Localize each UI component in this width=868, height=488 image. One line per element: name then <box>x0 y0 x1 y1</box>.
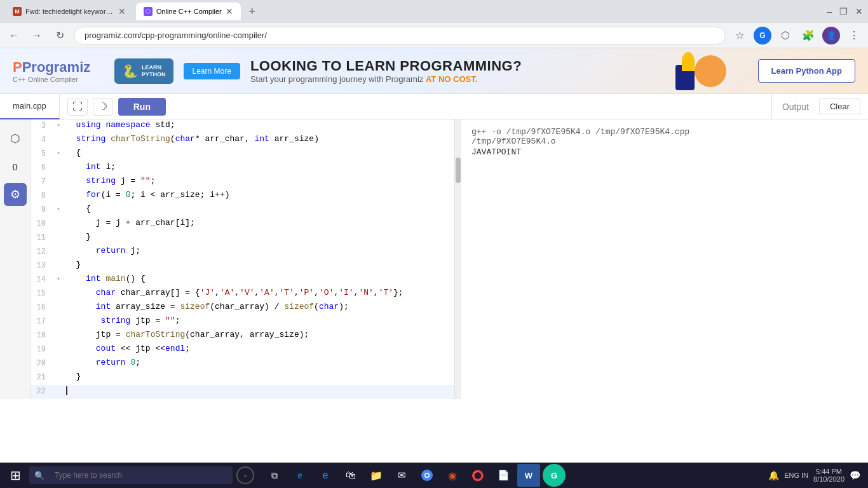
learn-python-app-button[interactable]: Learn Python App <box>758 59 855 83</box>
banner: PProgramiz C++ Online Compiler 🐍 LEARNPY… <box>0 48 868 94</box>
code-line-10: 10 j = j + arr_char[i]; <box>31 217 454 231</box>
address-input[interactable] <box>74 27 726 44</box>
taskbar-action-center[interactable]: 💬 <box>850 470 860 480</box>
sidebar-icon-gear[interactable]: ⚙ <box>4 183 27 206</box>
sidebar-icon-puzzle[interactable]: ⬡ <box>4 127 27 150</box>
refresh-button[interactable]: ↻ <box>51 27 69 44</box>
banner-subtext: Start your programming journey with Prog… <box>250 74 522 84</box>
output-line-3: JAVATPOINT <box>471 147 858 157</box>
code-line-15: 15 char char_array[] = {'J','A','V','A',… <box>31 287 454 301</box>
editor-actions: ⛶ ☽ Run <box>60 98 173 116</box>
store-icon[interactable]: 🛍 <box>339 464 362 487</box>
output-line-2: /tmp/9fXO7E95K4.o <box>471 137 858 146</box>
editor-scrollbar-thumb[interactable] <box>456 158 461 183</box>
banner-content: 🐍 LEARNPYTHON Learn More LOOKING TO LEAR… <box>114 52 745 90</box>
svg-point-2 <box>426 474 429 477</box>
grammarly-icon[interactable]: G <box>543 464 566 487</box>
tab-gmail-title: Fwd: techiedelight keywords list <box>25 8 114 15</box>
code-line-21: 21 } <box>31 371 454 385</box>
code-line-12: 12 return j; <box>31 245 454 259</box>
tab-gmail[interactable]: M Fwd: techiedelight keywords list ✕ <box>5 3 133 20</box>
file-tab[interactable]: main.cpp <box>0 94 60 119</box>
code-line-4: 4 string charToString(char* arr_char, in… <box>31 133 454 147</box>
forward-button[interactable]: → <box>28 27 46 44</box>
banner-headline: LOOKING TO LEARN PROGRAMMING? <box>250 58 522 74</box>
maximize-button[interactable]: ❐ <box>839 6 848 17</box>
output-line-1: g++ -o /tmp/9fXO7E95K4.o /tmp/9fXO7E95K4… <box>471 127 858 137</box>
word-icon[interactable]: W <box>517 464 540 487</box>
code-line-9: 9 ▾ { <box>31 203 454 217</box>
output-label-header: Output <box>782 102 809 112</box>
search-taskbar-icon: 🔍 <box>34 471 44 480</box>
clear-button[interactable]: Clear <box>819 98 860 114</box>
programiz-logo: PProgramiz C++ Online Compiler <box>13 59 102 83</box>
output-panel: g++ -o /tmp/9fXO7E95K4.o /tmp/9fXO7E95K4… <box>461 119 868 399</box>
editor-scrollbar[interactable] <box>455 119 461 399</box>
code-line-20: 20 return 0; <box>31 357 454 371</box>
cortana-button[interactable]: ○ <box>236 466 254 484</box>
learn-more-button[interactable]: Learn More <box>184 63 240 79</box>
close-button[interactable]: ✕ <box>855 6 863 17</box>
code-line-7: 7 string j = ""; <box>31 175 454 189</box>
cpp-favicon: ⬡ <box>144 7 153 16</box>
fullscreen-button[interactable]: ⛶ <box>67 98 88 116</box>
browser2-icon[interactable]: ◉ <box>441 464 464 487</box>
logo-subtitle: C++ Online Compiler <box>13 76 78 83</box>
code-line-6: 6 int i; <box>31 161 454 175</box>
code-line-8: 8 for(i = 0; i < arr_size; i++) <box>31 189 454 203</box>
run-button[interactable]: Run <box>118 98 166 116</box>
minimize-button[interactable]: – <box>827 6 832 17</box>
taskbar: ⊞ 🔍 ○ ⧉ e e 🛍 📁 ✉ ◉ ⭕ 📄 W G 🔔 ENG IN 5:4… <box>0 463 868 488</box>
extensions-icon[interactable]: 🧩 <box>799 27 817 44</box>
taskbar-app-icons: ⧉ e e 🛍 📁 ✉ ◉ ⭕ 📄 W G <box>263 464 566 487</box>
edge-icon[interactable]: e <box>288 464 311 487</box>
logo-text: PProgramiz <box>13 59 90 76</box>
code-line-3: 3 ▾ using namespace std; <box>31 119 454 133</box>
profile-icon[interactable]: 👤 <box>822 27 840 44</box>
python-badge: 🐍 LEARNPYTHON <box>114 58 173 84</box>
task-view-icon[interactable]: ⧉ <box>263 464 286 487</box>
google-account-icon[interactable]: G <box>754 27 771 44</box>
tab-cpp-close[interactable]: ✕ <box>226 6 233 17</box>
notes-icon[interactable]: 📄 <box>492 464 515 487</box>
bookmark-icon[interactable]: ☆ <box>731 27 749 44</box>
taskbar-lang: ENG IN <box>784 471 808 479</box>
code-line-22: 22 <box>31 385 454 399</box>
menu-icon[interactable]: ⋮ <box>845 27 863 44</box>
gmail-favicon: M <box>13 7 22 16</box>
tab-cpp[interactable]: ⬡ Online C++ Compiler ✕ <box>136 3 241 20</box>
sidebar-icon-code[interactable]: {} <box>4 155 27 178</box>
files-icon[interactable]: 📁 <box>365 464 388 487</box>
code-line-18: 18 jtp = charToString(char_array, array_… <box>31 329 454 343</box>
tab-gmail-close[interactable]: ✕ <box>118 6 126 17</box>
code-editor[interactable]: 3 ▾ using namespace std; 4 string charTo… <box>31 119 455 399</box>
code-line-5: 5 ▾ { <box>31 147 454 161</box>
mail-icon[interactable]: ✉ <box>390 464 413 487</box>
code-line-17: 17 string jtp = ""; <box>31 315 454 329</box>
code-lines: 3 ▾ using namespace std; 4 string charTo… <box>31 119 454 399</box>
code-line-16: 16 int array_size = sizeof(char_array) /… <box>31 301 454 315</box>
code-editor-wrapper: 3 ▾ using namespace std; 4 string charTo… <box>31 119 461 399</box>
ie-icon[interactable]: e <box>314 464 337 487</box>
code-line-19: 19 cout << jtp <<endl; <box>31 343 454 357</box>
back-button[interactable]: ← <box>5 27 23 44</box>
banner-text: LOOKING TO LEARN PROGRAMMING? Start your… <box>250 58 522 84</box>
window-controls: – ❐ ✕ <box>827 6 863 17</box>
new-tab-button[interactable]: + <box>243 3 261 20</box>
opera-icon[interactable]: ⭕ <box>466 464 489 487</box>
start-button[interactable]: ⊞ <box>3 463 28 488</box>
code-line-14: 14 ▾ int main() { <box>31 273 454 287</box>
code-line-11: 11 } <box>31 231 454 245</box>
tab-cpp-title: Online C++ Compiler <box>156 8 222 15</box>
theme-button[interactable]: ☽ <box>93 98 113 116</box>
code-line-13: 13 } <box>31 259 454 273</box>
extension-icon[interactable]: ⬡ <box>776 27 794 44</box>
search-input[interactable] <box>47 466 227 484</box>
editor-output: ⬡ {} ⚙ 3 ▾ using namespace std; 4 string… <box>0 119 868 399</box>
taskbar-right: 🔔 ENG IN 5:44 PM 8/10/2020 💬 <box>768 468 865 483</box>
taskbar-notification-icon[interactable]: 🔔 <box>768 470 779 480</box>
chrome-icon[interactable] <box>416 464 438 487</box>
output-content: g++ -o /tmp/9fXO7E95K4.o /tmp/9fXO7E95K4… <box>461 119 868 399</box>
file-tab-name: main.cpp <box>13 101 46 111</box>
ide-toolbar: main.cpp ⛶ ☽ Run Output Clear <box>0 94 868 119</box>
